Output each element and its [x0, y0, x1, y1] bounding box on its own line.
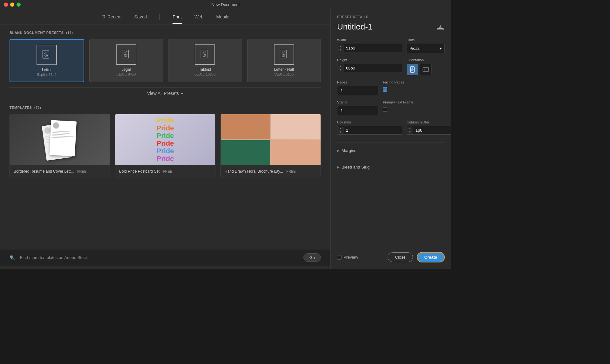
- tab-divider: [159, 14, 160, 20]
- right-panel-footer: Preview Close Create: [337, 247, 445, 262]
- bleed-slug-label: Bleed and Slug: [342, 165, 369, 169]
- column-gutter-arrows: ▲ ▼: [407, 127, 413, 134]
- preset-tabloid[interactable]: Tabloid 66p0 x 102p0: [168, 39, 242, 82]
- search-input-wrap: 🔍: [10, 254, 300, 261]
- template-resume-thumb: [10, 114, 110, 165]
- orientation-label: Orientation: [407, 58, 445, 62]
- template-pride[interactable]: Pride Pride Pride Pride Pride Pride Bold…: [115, 114, 215, 177]
- floral-card-4: [271, 140, 321, 165]
- width-arrows: ▲ ▼: [337, 44, 343, 52]
- bleed-slug-collapse[interactable]: ▶ Bleed and Slug: [337, 162, 445, 173]
- search-icon: 🔍: [10, 255, 15, 260]
- floral-cards-grid: [221, 114, 321, 165]
- floral-card-2: [271, 114, 321, 139]
- fullscreen-button[interactable]: [17, 3, 21, 7]
- form-group-start: Start #: [337, 100, 378, 115]
- height-down[interactable]: ▼: [337, 68, 343, 72]
- width-down[interactable]: ▼: [337, 48, 343, 52]
- width-spinner: ▲ ▼: [337, 44, 402, 52]
- tab-web[interactable]: Web: [194, 14, 204, 24]
- column-gutter-up[interactable]: ▲: [407, 127, 413, 130]
- preset-details-label: PRESET DETAILS: [337, 15, 445, 19]
- form-row-start-ptf: Start # Primary Text Frame: [337, 100, 445, 115]
- margins-arrow-icon: ▶: [337, 149, 340, 152]
- form-group-pages: Pages: [337, 80, 378, 95]
- units-select[interactable]: Picas ▾: [407, 44, 445, 53]
- width-input[interactable]: [343, 44, 402, 52]
- template-resume[interactable]: Bordered Resume and Cover Lett... FREE: [10, 114, 110, 177]
- ptf-checkbox-row: [383, 107, 445, 112]
- preview-label: Preview: [343, 255, 358, 260]
- start-input[interactable]: [337, 106, 378, 115]
- save-preset-button[interactable]: [436, 23, 445, 31]
- height-up[interactable]: ▲: [337, 64, 343, 68]
- preset-letter-size: 51p0 x 66p0: [37, 73, 57, 76]
- preset-legal-size: 51p0 x 84p0: [116, 72, 136, 76]
- template-pride-thumb: Pride Pride Pride Pride Pride Pride: [115, 114, 215, 165]
- columns-down[interactable]: ▼: [337, 130, 343, 134]
- template-floral[interactable]: Hand Drawn Floral Brochure Lay... FREE: [220, 114, 321, 177]
- form-group-column-gutter: Column Gutter ▲ ▼: [407, 120, 451, 135]
- columns-input[interactable]: [343, 126, 402, 134]
- preset-legal[interactable]: Legal 51p0 x 84p0: [89, 39, 163, 82]
- height-spinner: ▲ ▼: [337, 64, 402, 72]
- close-button[interactable]: [4, 3, 8, 7]
- preset-letter[interactable]: Letter 51p0 x 66p0: [10, 39, 84, 82]
- landscape-button[interactable]: [420, 64, 431, 75]
- preview-checkbox[interactable]: [337, 255, 342, 260]
- height-label: Height: [337, 58, 402, 62]
- preset-letter-name: Letter: [42, 68, 52, 72]
- search-bar: 🔍 Go: [0, 249, 330, 266]
- templates-grid: Bordered Resume and Cover Lett... FREE P…: [10, 114, 321, 177]
- floral-card-1: [221, 114, 270, 139]
- columns-up[interactable]: ▲: [337, 127, 343, 130]
- content-area: BLANK DOCUMENT PRESETS (11) Letter: [0, 24, 330, 249]
- pages-input[interactable]: [337, 86, 378, 95]
- preset-letter-icon: [37, 45, 57, 65]
- svg-rect-15: [426, 69, 428, 69]
- form-group-ptf: Primary Text Frame: [383, 100, 445, 115]
- preset-legal-name: Legal: [121, 67, 131, 72]
- template-pride-info: Bold Pride Postcard Set FREE: [115, 165, 215, 177]
- form-group-units: Units Picas ▾: [407, 38, 445, 53]
- search-go-button[interactable]: Go: [303, 253, 321, 262]
- form-group-columns: Columns ▲ ▼: [337, 120, 402, 135]
- tab-print[interactable]: Print: [173, 14, 182, 24]
- ptf-checkbox[interactable]: [383, 107, 387, 112]
- column-gutter-input[interactable]: [413, 126, 451, 134]
- portrait-button[interactable]: [407, 64, 418, 75]
- margins-collapse[interactable]: ▶ Margins: [337, 145, 445, 156]
- template-floral-info: Hand Drawn Floral Brochure Lay... FREE: [221, 165, 321, 177]
- column-gutter-down[interactable]: ▼: [407, 130, 413, 134]
- left-panel: ⏱ Recent Saved Print Web Mobile BLANK DO…: [0, 9, 330, 269]
- templates-header: TEMPLATES (71): [10, 106, 321, 109]
- margins-label: Margins: [342, 148, 356, 153]
- tab-mobile[interactable]: Mobile: [216, 14, 229, 24]
- columns-label: Columns: [337, 120, 402, 124]
- width-label: Width: [337, 38, 402, 42]
- preset-tabloid-size: 66p0 x 102p0: [194, 72, 216, 76]
- traffic-lights: [4, 3, 21, 7]
- facing-pages-checkbox-row: ✓: [383, 87, 445, 92]
- close-button[interactable]: Close: [388, 252, 413, 262]
- tab-saved[interactable]: Saved: [134, 14, 147, 24]
- preset-letter-half[interactable]: Letter - Half 33p0 x 51p0: [247, 39, 321, 82]
- orientation-buttons: [407, 64, 445, 75]
- minimize-button[interactable]: [10, 3, 14, 7]
- facing-pages-label: Facing Pages: [383, 80, 445, 84]
- units-label: Units: [407, 38, 445, 42]
- height-input[interactable]: [343, 64, 402, 72]
- tab-recent[interactable]: ⏱ Recent: [101, 14, 121, 24]
- width-up[interactable]: ▲: [337, 44, 343, 48]
- view-all-presets-button[interactable]: View All Presets +: [10, 87, 321, 99]
- preset-tabloid-name: Tabloid: [199, 67, 211, 72]
- search-input[interactable]: [17, 254, 300, 261]
- create-button[interactable]: Create: [417, 252, 445, 262]
- clock-icon: ⏱: [101, 14, 105, 19]
- right-panel: PRESET DETAILS Untitled-1 Width ▲ ▼: [330, 9, 451, 269]
- facing-pages-checkbox[interactable]: ✓: [383, 87, 387, 92]
- window-title: New Document: [212, 2, 240, 7]
- form-row-height-orientation: Height ▲ ▼ Orientation: [337, 58, 445, 75]
- floral-card-3: [221, 140, 270, 165]
- preview-row: Preview: [337, 255, 358, 260]
